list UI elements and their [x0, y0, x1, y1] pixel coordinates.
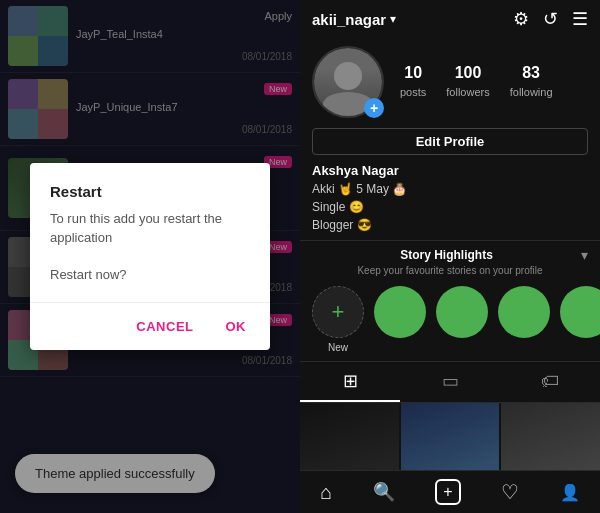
- highlights-chevron-icon: ▾: [581, 247, 588, 263]
- following-stat: 83 following: [510, 64, 553, 100]
- tagged-icon: 🏷: [541, 371, 559, 392]
- highlight-new-circle: +: [312, 286, 364, 338]
- ig-header-icons: ⚙ ↺ ☰: [513, 8, 588, 30]
- posts-stat: 10 posts: [400, 64, 426, 100]
- ig-highlights-row: + New: [300, 280, 600, 361]
- dialog-content: Restart To run this add you restart the …: [30, 163, 270, 301]
- followers-stat: 100 followers: [446, 64, 489, 100]
- ig-bio-line-2: Single 😊: [312, 198, 588, 216]
- dialog-sub-message: Restart now?: [50, 267, 250, 282]
- dialog-actions: CANCEL OK: [30, 302, 270, 350]
- ig-highlights-header: Story Highlights ▾: [300, 240, 600, 265]
- ig-avatar-wrap: +: [312, 46, 384, 118]
- tab-reels[interactable]: ▭: [400, 362, 500, 402]
- highlight-2[interactable]: [436, 286, 488, 353]
- following-count: 83: [510, 64, 553, 82]
- ig-bottom-nav: ⌂ 🔍 + ♡ 👤: [300, 470, 600, 513]
- dialog-title: Restart: [50, 183, 250, 200]
- ig-bio-line-3: Blogger 😎: [312, 216, 588, 234]
- ig-bio: Akshya Nagar Akki 🤘 5 May 🎂 Single 😊 Blo…: [312, 163, 588, 234]
- add-story-button[interactable]: +: [364, 98, 384, 118]
- reels-icon: ▭: [442, 370, 459, 392]
- avatar-head: [334, 62, 362, 90]
- tab-tagged[interactable]: 🏷: [500, 362, 600, 402]
- ig-username-row: akii_nagar ▾: [312, 11, 396, 28]
- plus-icon: +: [332, 299, 345, 325]
- highlight-new-label: New: [328, 342, 348, 353]
- search-nav-icon[interactable]: 🔍: [373, 481, 395, 503]
- chevron-down-icon[interactable]: ▾: [390, 12, 396, 26]
- left-panel: JayP_Teal_Insta4 Apply 08/01/2018 JayP_U…: [0, 0, 300, 513]
- ig-stats: 10 posts 100 followers 83 following: [400, 64, 553, 100]
- cancel-button[interactable]: CANCEL: [124, 311, 205, 342]
- restart-dialog: Restart To run this add you restart the …: [30, 163, 270, 349]
- highlight-circle-4: [560, 286, 600, 338]
- ig-tab-bar: ⊞ ▭ 🏷: [300, 361, 600, 403]
- posts-label: posts: [400, 86, 426, 98]
- dialog-overlay: Restart To run this add you restart the …: [0, 0, 300, 513]
- ig-username: akii_nagar: [312, 11, 386, 28]
- ok-button[interactable]: OK: [214, 311, 259, 342]
- posts-count: 10: [400, 64, 426, 82]
- following-label: following: [510, 86, 553, 98]
- ig-header: akii_nagar ▾ ⚙ ↺ ☰: [300, 0, 600, 38]
- edit-profile-button[interactable]: Edit Profile: [312, 128, 588, 155]
- ig-bio-name: Akshya Nagar: [312, 163, 588, 178]
- profile-nav-icon[interactable]: 👤: [560, 483, 580, 502]
- dialog-message: To run this add you restart the applicat…: [50, 210, 250, 246]
- ig-bio-line-1: Akki 🤘 5 May 🎂: [312, 180, 588, 198]
- ig-profile: + 10 posts 100 followers 83 following Ed…: [300, 38, 600, 234]
- grid-icon: ⊞: [343, 370, 358, 392]
- home-nav-icon[interactable]: ⌂: [320, 481, 332, 504]
- ig-highlights-title: Story Highlights: [312, 248, 581, 262]
- highlight-1[interactable]: [374, 286, 426, 353]
- add-post-button[interactable]: +: [435, 479, 461, 505]
- right-panel: akii_nagar ▾ ⚙ ↺ ☰ + 10: [300, 0, 600, 513]
- settings-icon[interactable]: ⚙: [513, 8, 529, 30]
- highlight-new[interactable]: + New: [312, 286, 364, 353]
- ig-highlights-subtitle: Keep your favourite stories on your prof…: [300, 265, 600, 280]
- likes-nav-icon[interactable]: ♡: [501, 480, 519, 504]
- menu-icon[interactable]: ☰: [572, 8, 588, 30]
- highlight-circle-1: [374, 286, 426, 338]
- tab-grid[interactable]: ⊞: [300, 362, 400, 402]
- highlight-3[interactable]: [498, 286, 550, 353]
- followers-label: followers: [446, 86, 489, 98]
- ig-profile-top: + 10 posts 100 followers 83 following: [312, 46, 588, 118]
- highlight-circle-2: [436, 286, 488, 338]
- highlight-circle-3: [498, 286, 550, 338]
- refresh-icon[interactable]: ↺: [543, 8, 558, 30]
- followers-count: 100: [446, 64, 489, 82]
- highlight-4[interactable]: [560, 286, 600, 353]
